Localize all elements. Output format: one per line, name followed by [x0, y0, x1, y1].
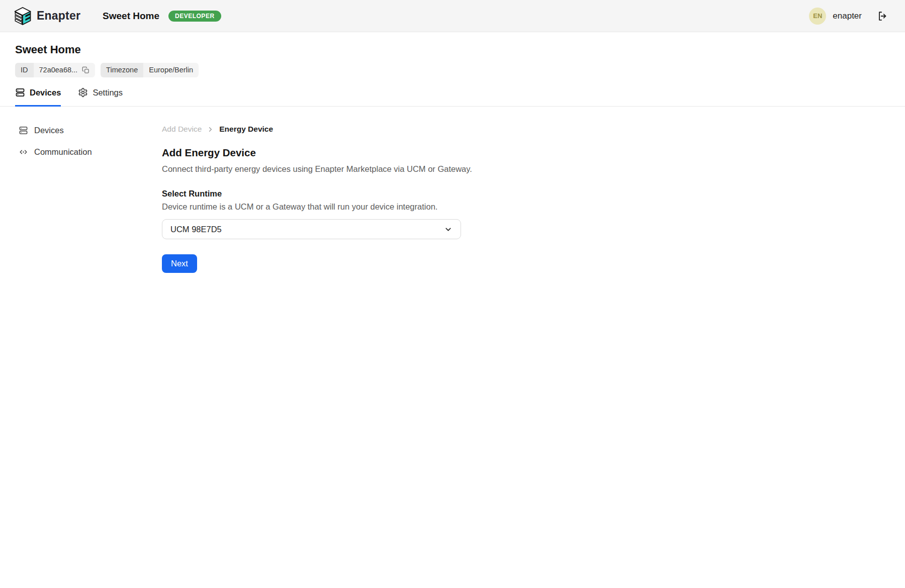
sidebar: Devices Communication	[0, 107, 162, 169]
next-button[interactable]: Next	[162, 254, 197, 273]
code-icon	[19, 147, 28, 157]
breadcrumb: Add Device Energy Device	[162, 125, 905, 134]
add-energy-device-heading: Add Energy Device	[162, 147, 905, 159]
devices-stack-icon	[15, 87, 25, 97]
top-header-right: EN enapter	[809, 8, 889, 25]
chevron-down-icon	[444, 225, 452, 234]
logout-button[interactable]	[876, 10, 889, 23]
copy-id-button[interactable]	[82, 66, 89, 74]
sidebar-item-devices-label: Devices	[34, 126, 64, 135]
user-avatar[interactable]: EN	[809, 8, 826, 25]
page-head: Sweet Home ID 72a0ea68... Timezone Europ…	[0, 32, 905, 107]
runtime-field-help: Device runtime is a UCM or a Gateway tha…	[162, 202, 905, 212]
add-energy-device-description: Connect third-party energy devices using…	[162, 164, 905, 174]
brand-name: Enapter	[37, 9, 80, 23]
breadcrumb-energy-device: Energy Device	[219, 125, 273, 134]
timezone-chip-label: Timezone	[101, 63, 143, 77]
site-id-chip-value: 72a0ea68...	[39, 66, 78, 74]
runtime-select-value: UCM 98E7D5	[170, 225, 222, 234]
copy-icon	[82, 66, 89, 74]
site-id-chip: ID 72a0ea68...	[15, 63, 95, 77]
tab-settings[interactable]: Settings	[78, 87, 123, 107]
main-content: Add Device Energy Device Add Energy Devi…	[162, 107, 905, 273]
devices-stack-icon	[19, 126, 28, 135]
developer-badge: DEVELOPER	[168, 11, 221, 22]
page-body: Devices Communication Add Device Energy …	[0, 107, 905, 273]
username-label[interactable]: enapter	[833, 11, 862, 21]
runtime-select[interactable]: UCM 98E7D5	[162, 219, 461, 239]
gear-icon	[78, 87, 88, 97]
timezone-chip-value: Europe/Berlin	[143, 63, 199, 77]
runtime-field-label: Select Runtime	[162, 189, 905, 199]
sidebar-item-communication[interactable]: Communication	[19, 147, 162, 157]
sidebar-item-communication-label: Communication	[34, 147, 92, 157]
top-header: Enapter Sweet Home DEVELOPER EN enapter	[0, 0, 905, 32]
tab-devices-label: Devices	[30, 88, 61, 97]
runtime-field: Select Runtime Device runtime is a UCM o…	[162, 189, 905, 239]
logout-icon	[877, 11, 888, 22]
sidebar-item-devices[interactable]: Devices	[19, 126, 162, 135]
enapter-logo[interactable]: Enapter	[14, 7, 80, 26]
chevron-right-icon	[207, 126, 214, 133]
top-header-left: Enapter Sweet Home DEVELOPER	[14, 7, 221, 26]
page-title: Sweet Home	[15, 43, 890, 56]
site-id-chip-label: ID	[15, 63, 34, 77]
breadcrumb-add-device[interactable]: Add Device	[162, 125, 202, 134]
site-name: Sweet Home	[103, 11, 159, 22]
site-meta-chips: ID 72a0ea68... Timezone Europe/Berlin	[15, 63, 890, 77]
tab-bar: Devices Settings	[0, 87, 905, 107]
timezone-chip: Timezone Europe/Berlin	[101, 63, 199, 77]
enapter-logo-icon	[14, 7, 31, 26]
site-id-chip-value-wrap: 72a0ea68...	[34, 63, 96, 77]
tab-devices[interactable]: Devices	[15, 87, 61, 107]
tab-settings-label: Settings	[93, 88, 123, 97]
